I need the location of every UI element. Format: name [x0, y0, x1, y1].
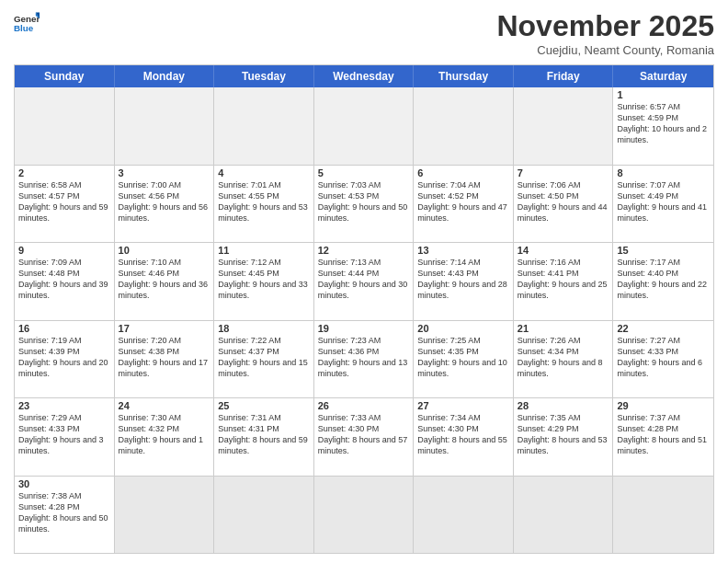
cell-info: Sunrise: 7:22 AM Sunset: 4:37 PM Dayligh…	[218, 335, 310, 380]
cell-info: Sunrise: 7:30 AM Sunset: 4:32 PM Dayligh…	[119, 412, 210, 457]
cell-info: Sunrise: 7:12 AM Sunset: 4:45 PM Dayligh…	[218, 257, 310, 302]
cell-info: Sunrise: 7:14 AM Sunset: 4:43 PM Dayligh…	[417, 257, 509, 302]
header-day-tuesday: Tuesday	[214, 65, 314, 87]
calendar-cell: 28Sunrise: 7:35 AM Sunset: 4:29 PM Dayli…	[514, 398, 614, 476]
header-day-monday: Monday	[115, 65, 215, 87]
day-number: 14	[518, 245, 609, 256]
day-number: 11	[218, 245, 310, 256]
calendar-cell	[214, 477, 314, 554]
day-number: 12	[318, 245, 410, 256]
day-number: 28	[518, 400, 609, 411]
calendar-cell	[115, 477, 215, 554]
cell-info: Sunrise: 7:33 AM Sunset: 4:30 PM Dayligh…	[318, 412, 410, 457]
subtitle: Cuejdiu, Neamt County, Romania	[496, 43, 714, 57]
day-number: 23	[18, 400, 110, 411]
calendar-cell: 4Sunrise: 7:01 AM Sunset: 4:55 PM Daylig…	[214, 166, 314, 243]
calendar-cell: 25Sunrise: 7:31 AM Sunset: 4:31 PM Dayli…	[214, 398, 314, 476]
day-number: 15	[617, 245, 710, 256]
day-number: 16	[18, 323, 110, 334]
calendar-cell	[115, 87, 215, 165]
calendar-cell: 24Sunrise: 7:30 AM Sunset: 4:32 PM Dayli…	[115, 398, 215, 476]
cell-info: Sunrise: 7:06 AM Sunset: 4:50 PM Dayligh…	[518, 179, 609, 224]
day-number: 9	[18, 245, 110, 256]
calendar-cell: 20Sunrise: 7:25 AM Sunset: 4:35 PM Dayli…	[414, 321, 514, 398]
day-number: 10	[119, 245, 210, 256]
cell-info: Sunrise: 7:27 AM Sunset: 4:33 PM Dayligh…	[617, 335, 710, 380]
calendar-cell: 27Sunrise: 7:34 AM Sunset: 4:30 PM Dayli…	[414, 398, 514, 476]
cell-info: Sunrise: 7:20 AM Sunset: 4:38 PM Dayligh…	[119, 335, 210, 380]
calendar-cell: 1Sunrise: 6:57 AM Sunset: 4:59 PM Daylig…	[613, 87, 713, 165]
calendar-row-3: 16Sunrise: 7:19 AM Sunset: 4:39 PM Dayli…	[15, 321, 713, 399]
cell-info: Sunrise: 7:23 AM Sunset: 4:36 PM Dayligh…	[318, 335, 410, 380]
calendar-cell	[314, 87, 415, 165]
calendar-row-4: 23Sunrise: 7:29 AM Sunset: 4:33 PM Dayli…	[15, 398, 713, 477]
day-number: 24	[119, 400, 210, 411]
day-number: 21	[518, 323, 609, 334]
calendar-cell: 21Sunrise: 7:26 AM Sunset: 4:34 PM Dayli…	[514, 321, 614, 398]
day-number: 26	[318, 400, 410, 411]
calendar-cell: 18Sunrise: 7:22 AM Sunset: 4:37 PM Dayli…	[214, 321, 314, 398]
day-number: 6	[417, 167, 509, 178]
calendar-row-5: 30Sunrise: 7:38 AM Sunset: 4:28 PM Dayli…	[15, 477, 713, 554]
header-day-thursday: Thursday	[414, 65, 514, 87]
cell-info: Sunrise: 6:57 AM Sunset: 4:59 PM Dayligh…	[617, 101, 710, 146]
page: General Blue November 2025 Cuejdiu, Neam…	[0, 0, 728, 563]
cell-info: Sunrise: 7:04 AM Sunset: 4:52 PM Dayligh…	[417, 179, 509, 224]
cell-info: Sunrise: 7:19 AM Sunset: 4:39 PM Dayligh…	[18, 335, 110, 380]
logo: General Blue	[14, 9, 40, 35]
day-number: 4	[218, 167, 310, 178]
header-day-wednesday: Wednesday	[314, 65, 415, 87]
day-number: 3	[119, 167, 210, 178]
month-title: November 2025	[496, 9, 714, 43]
day-number: 19	[318, 323, 410, 334]
calendar-cell: 10Sunrise: 7:10 AM Sunset: 4:46 PM Dayli…	[115, 243, 215, 320]
calendar-cell: 29Sunrise: 7:37 AM Sunset: 4:28 PM Dayli…	[613, 398, 713, 476]
calendar-row-2: 9Sunrise: 7:09 AM Sunset: 4:48 PM Daylig…	[15, 243, 713, 321]
calendar-cell: 23Sunrise: 7:29 AM Sunset: 4:33 PM Dayli…	[15, 398, 115, 476]
cell-info: Sunrise: 7:01 AM Sunset: 4:55 PM Dayligh…	[218, 179, 310, 224]
day-number: 17	[119, 323, 210, 334]
calendar-cell	[514, 87, 614, 165]
title-block: November 2025 Cuejdiu, Neamt County, Rom…	[496, 9, 714, 57]
day-number: 1	[617, 89, 710, 100]
day-number: 27	[417, 400, 509, 411]
calendar-cell	[414, 477, 514, 554]
calendar-cell: 26Sunrise: 7:33 AM Sunset: 4:30 PM Dayli…	[314, 398, 415, 476]
day-number: 7	[518, 167, 609, 178]
cell-info: Sunrise: 7:38 AM Sunset: 4:28 PM Dayligh…	[18, 490, 110, 535]
day-number: 13	[417, 245, 509, 256]
day-number: 25	[218, 400, 310, 411]
cell-info: Sunrise: 7:29 AM Sunset: 4:33 PM Dayligh…	[18, 412, 110, 457]
calendar-cell: 19Sunrise: 7:23 AM Sunset: 4:36 PM Dayli…	[314, 321, 415, 398]
cell-info: Sunrise: 7:37 AM Sunset: 4:28 PM Dayligh…	[617, 412, 710, 457]
cell-info: Sunrise: 7:25 AM Sunset: 4:35 PM Dayligh…	[417, 335, 509, 380]
calendar-cell: 13Sunrise: 7:14 AM Sunset: 4:43 PM Dayli…	[414, 243, 514, 320]
calendar-row-1: 2Sunrise: 6:58 AM Sunset: 4:57 PM Daylig…	[15, 166, 713, 244]
day-number: 20	[417, 323, 509, 334]
cell-info: Sunrise: 7:13 AM Sunset: 4:44 PM Dayligh…	[318, 257, 410, 302]
cell-info: Sunrise: 6:58 AM Sunset: 4:57 PM Dayligh…	[18, 179, 110, 224]
calendar-cell	[613, 477, 713, 554]
calendar-cell: 11Sunrise: 7:12 AM Sunset: 4:45 PM Dayli…	[214, 243, 314, 320]
calendar-cell: 30Sunrise: 7:38 AM Sunset: 4:28 PM Dayli…	[15, 477, 115, 554]
calendar-cell	[214, 87, 314, 165]
calendar-cell	[15, 87, 115, 165]
cell-info: Sunrise: 7:09 AM Sunset: 4:48 PM Dayligh…	[18, 257, 110, 302]
cell-info: Sunrise: 7:35 AM Sunset: 4:29 PM Dayligh…	[518, 412, 609, 457]
cell-info: Sunrise: 7:10 AM Sunset: 4:46 PM Dayligh…	[119, 257, 210, 302]
calendar-row-0: 1Sunrise: 6:57 AM Sunset: 4:59 PM Daylig…	[15, 87, 713, 166]
cell-info: Sunrise: 7:31 AM Sunset: 4:31 PM Dayligh…	[218, 412, 310, 457]
cell-info: Sunrise: 7:26 AM Sunset: 4:34 PM Dayligh…	[518, 335, 609, 380]
cell-info: Sunrise: 7:07 AM Sunset: 4:49 PM Dayligh…	[617, 179, 710, 224]
day-number: 18	[218, 323, 310, 334]
day-number: 2	[18, 167, 110, 178]
calendar-cell: 2Sunrise: 6:58 AM Sunset: 4:57 PM Daylig…	[15, 166, 115, 243]
calendar-cell: 3Sunrise: 7:00 AM Sunset: 4:56 PM Daylig…	[115, 166, 215, 243]
calendar-cell	[314, 477, 415, 554]
cell-info: Sunrise: 7:16 AM Sunset: 4:41 PM Dayligh…	[518, 257, 609, 302]
calendar-cell: 15Sunrise: 7:17 AM Sunset: 4:40 PM Dayli…	[613, 243, 713, 320]
header-day-sunday: Sunday	[15, 65, 115, 87]
calendar-cell: 16Sunrise: 7:19 AM Sunset: 4:39 PM Dayli…	[15, 321, 115, 398]
calendar-cell: 6Sunrise: 7:04 AM Sunset: 4:52 PM Daylig…	[414, 166, 514, 243]
day-number: 30	[18, 478, 110, 489]
